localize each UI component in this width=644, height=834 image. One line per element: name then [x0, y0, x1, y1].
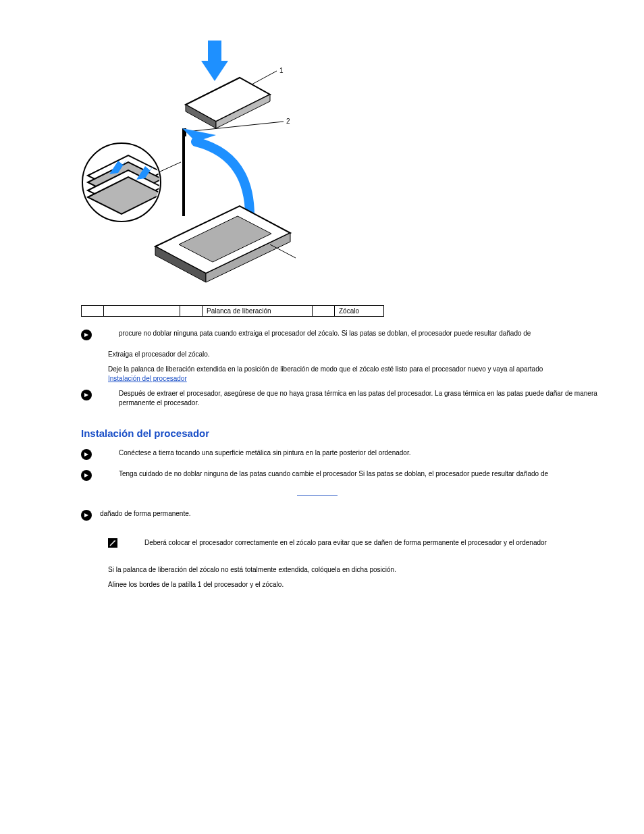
link-fragment[interactable] [297, 494, 338, 496]
svg-marker-27 [84, 513, 88, 517]
link-install-processor[interactable]: Instalación del procesador [108, 375, 187, 382]
note-text-seat-correctly: Deberá colocar el procesador correctamen… [144, 538, 630, 548]
svg-line-13 [252, 71, 277, 84]
svg-marker-24 [84, 393, 88, 397]
notice-icon [81, 470, 92, 481]
processor-removal-diagram: 1 2 3 [81, 41, 630, 285]
notice-icon [81, 510, 92, 521]
svg-marker-25 [84, 452, 88, 457]
callout-legend-table: Palanca de liberación Zócalo [81, 305, 384, 317]
callout-2-num: 2 [286, 118, 290, 125]
legend-cell-num-1 [82, 306, 104, 317]
notice-text-bent-pins-remove: procure no doblar ninguna pata cuando ex… [119, 329, 630, 338]
legend-cell-label-3: Zócalo [335, 306, 384, 317]
notice-text-thermal-grease: Después de extraer el procesador, asegúr… [119, 389, 630, 407]
svg-line-16 [186, 122, 284, 132]
notice-text-bent-pins-replace: Tenga cuidado de no doblar ninguna de la… [119, 469, 630, 479]
notice-icon [81, 449, 92, 460]
note-icon [108, 538, 117, 548]
step-leave-lever-text: Deje la palanca de liberación extendida … [108, 365, 543, 373]
svg-line-8 [159, 162, 181, 172]
step-extract-processor: Extraiga el procesador del zócalo. [108, 350, 630, 359]
step-leave-lever: Deje la palanca de liberación extendida … [108, 365, 630, 384]
step-extend-lever: Si la palanca de liberación del zócalo n… [108, 565, 630, 575]
svg-marker-23 [84, 333, 88, 337]
svg-line-22 [270, 244, 296, 258]
step-align-pin1: Alinee los bordes de la patilla 1 del pr… [108, 580, 630, 590]
legend-cell-num-2 [180, 306, 203, 317]
svg-line-28 [110, 542, 114, 546]
notice-icon [81, 390, 92, 400]
section-heading-install-processor: Instalación del procesador [81, 427, 630, 439]
svg-marker-26 [84, 473, 88, 477]
legend-cell-label-2: Palanca de liberación [203, 306, 313, 317]
legend-cell-num-3 [313, 306, 335, 317]
notice-icon [81, 330, 92, 340]
notice-text-ground-yourself: Conéctese a tierra tocando una superfici… [119, 448, 630, 458]
legend-cell-label-1 [104, 306, 180, 317]
svg-marker-12 [201, 41, 228, 81]
callout-1-num: 1 [279, 67, 284, 74]
notice-text-permanent-damage: dañado de forma permanente. [100, 509, 630, 519]
